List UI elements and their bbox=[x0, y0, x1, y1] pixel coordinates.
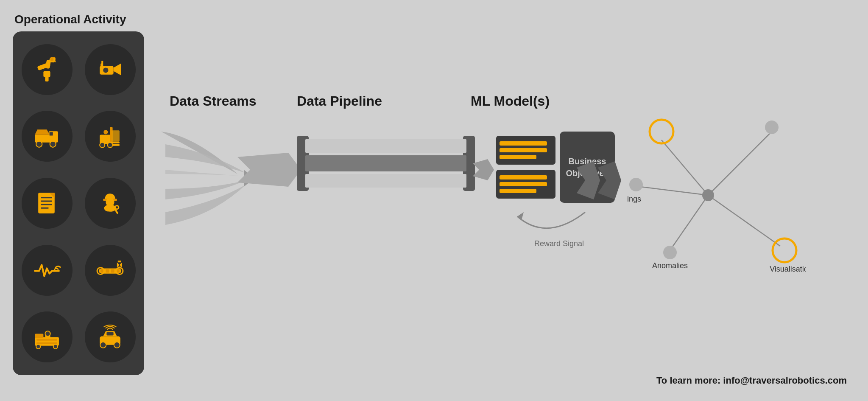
svg-point-36 bbox=[115, 206, 119, 209]
svg-marker-72 bbox=[598, 161, 621, 199]
flow-diagram: Data Streams Data Pipeline ML Model(s) bbox=[153, 0, 868, 401]
svg-point-26 bbox=[103, 130, 108, 134]
svg-rect-12 bbox=[101, 61, 103, 64]
svg-rect-67 bbox=[305, 174, 466, 188]
stream-to-pipeline-arrow bbox=[237, 153, 305, 187]
svg-rect-39 bbox=[106, 269, 109, 273]
machine-icon-container bbox=[22, 311, 73, 362]
svg-rect-54 bbox=[36, 339, 57, 340]
operational-title: Operational Activity bbox=[13, 13, 144, 26]
svg-point-87 bbox=[773, 238, 796, 262]
svg-point-53 bbox=[53, 344, 58, 348]
robotic-arm-icon bbox=[33, 56, 61, 83]
svg-text:Encodings: Encodings bbox=[628, 195, 641, 203]
svg-text:Anomalies: Anomalies bbox=[652, 261, 688, 270]
server-bar bbox=[500, 175, 547, 179]
svg-point-24 bbox=[100, 143, 105, 148]
svg-line-74 bbox=[661, 140, 708, 195]
robotic-arm-icon-container bbox=[22, 44, 73, 95]
svg-rect-55 bbox=[36, 342, 57, 344]
sensor-icon bbox=[33, 256, 61, 284]
svg-marker-69 bbox=[517, 212, 524, 220]
svg-marker-68 bbox=[473, 159, 494, 180]
conveyor-icon-container bbox=[85, 245, 136, 296]
output-nodes-svg: Predictions Patterns Encodings Anomalies… bbox=[628, 106, 806, 284]
svg-rect-47 bbox=[118, 266, 121, 268]
svg-point-59 bbox=[114, 342, 120, 348]
svg-rect-15 bbox=[50, 132, 53, 135]
server-unit-1 bbox=[496, 136, 555, 165]
engineer-icon-container bbox=[85, 178, 136, 229]
icon-grid bbox=[13, 31, 144, 375]
operational-panel: Operational Activity bbox=[13, 13, 144, 382]
svg-line-77 bbox=[670, 195, 708, 250]
svg-marker-9 bbox=[114, 64, 121, 76]
data-streams-label: Data Streams bbox=[170, 93, 257, 109]
svg-line-76 bbox=[640, 187, 708, 195]
svg-point-25 bbox=[107, 143, 112, 148]
contact-info: To learn more: info@traversalrobotics.co… bbox=[656, 375, 847, 386]
conveyor-icon bbox=[96, 256, 124, 284]
autonomous-vehicle-icon bbox=[96, 323, 124, 351]
server-bar bbox=[500, 148, 547, 152]
svg-rect-27 bbox=[38, 193, 55, 214]
svg-rect-65 bbox=[305, 139, 466, 153]
camera-icon bbox=[96, 56, 124, 83]
server-bar bbox=[500, 141, 547, 146]
server-bar bbox=[500, 182, 547, 186]
document-icon-container bbox=[22, 178, 73, 229]
forklift-icon-container bbox=[85, 111, 136, 162]
machine-icon bbox=[33, 323, 61, 351]
output-arrows-svg bbox=[577, 161, 628, 199]
dump-truck-icon-container bbox=[22, 111, 73, 162]
svg-point-18 bbox=[50, 141, 56, 147]
svg-point-83 bbox=[629, 178, 643, 191]
svg-rect-28 bbox=[41, 197, 52, 199]
svg-point-85 bbox=[663, 246, 677, 259]
svg-rect-66 bbox=[305, 155, 466, 171]
sensor-icon-container bbox=[22, 245, 73, 296]
document-icon bbox=[33, 189, 61, 217]
server-bar bbox=[500, 155, 536, 159]
pipeline-to-ml-arrow bbox=[473, 159, 498, 180]
reward-signal-svg: Reward Signal bbox=[509, 208, 602, 250]
svg-line-78 bbox=[708, 195, 780, 246]
svg-text:Visualisations: Visualisations bbox=[770, 265, 806, 273]
svg-marker-62 bbox=[237, 153, 301, 187]
svg-rect-1 bbox=[43, 71, 50, 77]
svg-rect-40 bbox=[111, 269, 114, 273]
svg-point-52 bbox=[36, 344, 40, 348]
svg-point-51 bbox=[45, 331, 50, 336]
svg-rect-46 bbox=[118, 261, 121, 262]
svg-point-17 bbox=[36, 141, 42, 147]
server-unit-2 bbox=[496, 170, 555, 199]
pipeline-svg bbox=[297, 136, 475, 191]
svg-point-10 bbox=[103, 68, 108, 73]
svg-point-79 bbox=[650, 120, 673, 143]
camera-icon-container bbox=[85, 44, 136, 95]
forklift-icon bbox=[96, 123, 124, 150]
svg-point-81 bbox=[765, 121, 779, 134]
server-stack bbox=[496, 136, 555, 199]
ml-models-label: ML Model(s) bbox=[471, 93, 550, 109]
engineer-icon bbox=[96, 189, 124, 217]
svg-line-75 bbox=[708, 132, 772, 195]
autonomous-vehicle-icon-container bbox=[85, 311, 136, 362]
svg-marker-71 bbox=[577, 161, 600, 199]
svg-rect-29 bbox=[41, 201, 52, 202]
svg-rect-49 bbox=[35, 334, 43, 338]
data-pipeline-label: Data Pipeline bbox=[297, 93, 382, 109]
svg-text:Reward Signal: Reward Signal bbox=[534, 239, 584, 248]
svg-rect-30 bbox=[41, 204, 52, 205]
server-bar bbox=[500, 189, 536, 193]
svg-rect-23 bbox=[112, 130, 120, 141]
svg-point-58 bbox=[100, 342, 106, 348]
dump-truck-icon bbox=[33, 123, 61, 150]
svg-rect-57 bbox=[106, 332, 113, 335]
svg-rect-31 bbox=[41, 208, 48, 209]
svg-marker-16 bbox=[35, 129, 50, 135]
